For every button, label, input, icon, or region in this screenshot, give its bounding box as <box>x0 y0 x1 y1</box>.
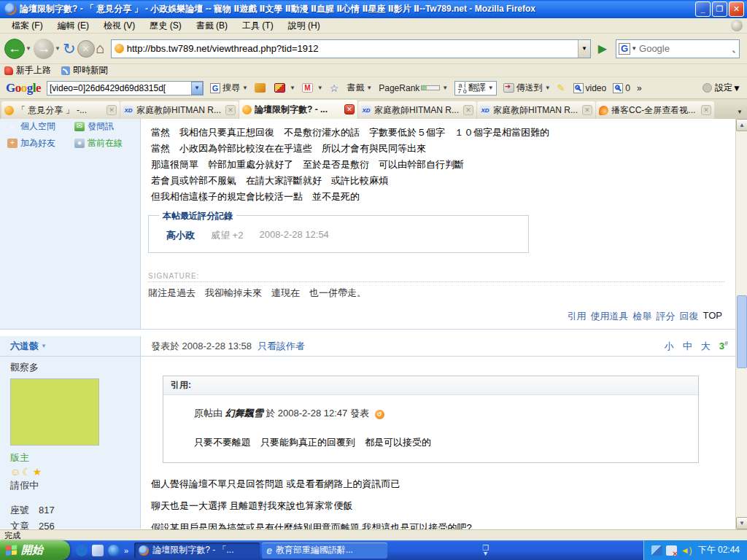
username-link[interactable]: 六道骸 <box>10 340 39 353</box>
home-button[interactable]: ⌂ <box>96 37 105 61</box>
search-icon[interactable] <box>727 44 735 52</box>
back-button[interactable]: ←▼ <box>4 37 32 61</box>
gmail-button[interactable]: M▼ <box>302 83 323 93</box>
goto-quoted-post-icon[interactable]: ↺ <box>375 410 384 419</box>
menu-history[interactable]: 歷史 (S) <box>142 18 188 34</box>
address-bar[interactable]: ▼ <box>111 39 591 58</box>
tab-close-icon[interactable]: ✕ <box>225 105 236 115</box>
google-search-combo[interactable]: ▼ <box>47 81 204 96</box>
tab-close-icon[interactable]: ✕ <box>107 105 117 115</box>
go-button[interactable]: ▶ <box>594 40 611 58</box>
minimize-button[interactable]: _ <box>695 1 711 17</box>
size-small-link[interactable]: 小 <box>665 340 674 353</box>
menu-bookmarks[interactable]: 書籤 (B) <box>189 18 235 34</box>
tab-close-icon[interactable]: ✕ <box>344 104 355 114</box>
rss-icon <box>61 66 70 75</box>
window-title: 論壇限制字數? - 「 意見分享 」 - 小政娛樂論壇 -- 寵物 Ⅱ遊戲 Ⅱ文… <box>20 3 694 15</box>
floor-number[interactable]: 3# <box>719 340 728 351</box>
menu-file[interactable]: 檔案 (F) <box>4 18 50 34</box>
reply-link[interactable]: 回復 <box>680 310 699 323</box>
google-engine-icon[interactable]: G <box>619 43 630 55</box>
star-bookmark-button[interactable]: ☆ <box>330 82 341 94</box>
tab-favicon <box>242 105 252 114</box>
search-engine-dropdown[interactable]: ▼ <box>631 45 637 52</box>
tab-opinion-share[interactable]: 「 意見分享 」 -... ✕ <box>1 101 120 119</box>
network-tray-icon[interactable] <box>651 545 662 556</box>
scroll-down-button[interactable]: ▼ <box>736 517 747 529</box>
send-message-link[interactable]: ✉發簡訊 <box>74 120 137 133</box>
tab-close-icon[interactable]: ✕ <box>463 105 473 115</box>
word-find-video[interactable]: 🔍︎video <box>573 83 607 93</box>
use-item-link[interactable]: 使用道具 <box>591 310 629 323</box>
add-friend-link[interactable]: +加為好友 <box>7 137 74 149</box>
language-bar-icon[interactable]: ❐▾ <box>482 545 489 556</box>
search-input[interactable] <box>639 43 727 54</box>
forward-button[interactable]: →▼ <box>34 37 61 61</box>
word-find-zero[interactable]: 🔍︎0 <box>613 83 630 93</box>
rating-user-link[interactable]: 高小政 <box>166 229 195 242</box>
username-dropdown-icon[interactable]: ▼ <box>41 343 47 349</box>
profile-space-link[interactable]: ⌂個人空間 <box>7 120 74 133</box>
quick-launch-globe-icon[interactable] <box>76 545 88 556</box>
tab-bar: 「 意見分享 」 -... ✕ XD 家庭教師HITMAN R... ✕ 論壇限… <box>0 99 747 119</box>
menu-tools[interactable]: 工具 (T) <box>235 18 281 34</box>
task-ie-dictionary[interactable]: e 教育部重編國語辭... <box>262 542 387 559</box>
highlight-button[interactable]: ✎ <box>557 82 567 93</box>
google-search-button[interactable]: G 搜尋▼ <box>210 82 248 94</box>
quick-launch-app-icon[interactable] <box>92 545 104 556</box>
post-line: 當然 我相信只要真正想回復 不是敷衍灌水的話 字數要低於５個字 １０個字是相當困… <box>151 125 735 141</box>
restore-button[interactable]: ❐ <box>712 1 727 17</box>
size-medium-link[interactable]: 中 <box>683 340 692 353</box>
tab-hitman-1[interactable]: XD 家庭教師HITMAN R... ✕ <box>120 101 239 119</box>
rating-record-box: 本帖最近評分記錄 高小政 威望 +2 2008-2-28 12:54 <box>148 215 529 253</box>
tab-list-dropdown[interactable]: ▼ <box>734 104 746 119</box>
url-history-dropdown[interactable]: ▼ <box>578 40 590 58</box>
url-input[interactable] <box>124 43 578 54</box>
network-error-tray-icon[interactable] <box>666 545 677 556</box>
size-large-link[interactable]: 大 <box>701 340 711 353</box>
gtb-settings-button[interactable]: 設定▼ <box>703 82 741 94</box>
gtb-bookmarks-button[interactable]: 書籤▼ <box>347 82 372 94</box>
sendto-button[interactable]: 傳送到▼ <box>503 82 551 94</box>
pagerank-indicator[interactable]: PageRank▼ <box>379 83 448 93</box>
menu-help[interactable]: 說明 (H) <box>281 18 328 34</box>
bookmark-getting-started[interactable]: 新手上路 <box>4 64 51 77</box>
menu-view[interactable]: 檢視 (V) <box>96 18 142 34</box>
tab-hitman-3[interactable]: XD 家庭教師HITMAN R... ✕ <box>477 101 595 119</box>
toolbar-card-button[interactable] <box>255 83 268 93</box>
bookmark-latest-news[interactable]: 即時新聞 <box>61 64 108 77</box>
quote-link[interactable]: 引用 <box>568 310 587 323</box>
quick-launch-ie-icon[interactable] <box>108 545 120 556</box>
top-link[interactable]: TOP <box>703 310 723 323</box>
google-query-input[interactable] <box>47 83 191 93</box>
reload-button[interactable]: ↻ <box>63 37 76 61</box>
task-firefox[interactable]: 論壇限制字數? - 「... <box>134 542 260 559</box>
start-button[interactable]: 開始 <box>0 540 70 560</box>
menu-edit[interactable]: 編輯 (E) <box>50 18 96 34</box>
search-bar[interactable]: G ▼ <box>616 39 740 58</box>
google-query-dropdown[interactable]: ▼ <box>191 82 203 95</box>
back-dropdown[interactable]: ▼ <box>26 45 32 52</box>
report-link[interactable]: 檢舉 <box>633 310 652 323</box>
scrollbar-thumb[interactable] <box>737 295 747 368</box>
post-3: 觀察多 版主 ☺ ☾ ★ 請假中 座號 817 文章 256 引用: 原帖由 <box>0 357 735 529</box>
vertical-scrollbar[interactable]: ▲ ▼ <box>735 119 747 529</box>
tab-thread-active[interactable]: 論壇限制字數? - ... ✕ <box>239 100 357 119</box>
quick-launch-more[interactable]: » <box>124 546 128 555</box>
tab-boke-cc[interactable]: 播客CC-全屏查看视... ✕ <box>596 101 714 119</box>
rating-score: 威望 +2 <box>211 229 243 242</box>
tab-close-icon[interactable]: ✕ <box>701 105 711 115</box>
tab-close-icon[interactable]: ✕ <box>582 105 592 115</box>
volume-tray-icon[interactable]: ◄) <box>681 545 692 556</box>
translate-button[interactable]: a í7 ò翻譯▼ <box>454 81 496 96</box>
only-author-link[interactable]: 只看該作者 <box>258 340 305 353</box>
toolbar-cube-button[interactable]: ▼ <box>274 83 295 93</box>
gtb-overflow-button[interactable]: » <box>637 83 642 93</box>
stop-button[interactable]: ✕ <box>77 37 95 61</box>
tab-hitman-2[interactable]: XD 家庭教師HITMAN R... ✕ <box>358 101 476 119</box>
scroll-up-button[interactable]: ▲ <box>736 119 747 131</box>
rate-link[interactable]: 評分 <box>657 310 676 323</box>
windows-logo-icon <box>6 545 18 556</box>
forward-dropdown[interactable]: ▼ <box>55 45 61 52</box>
close-button[interactable]: ✕ <box>729 1 744 17</box>
